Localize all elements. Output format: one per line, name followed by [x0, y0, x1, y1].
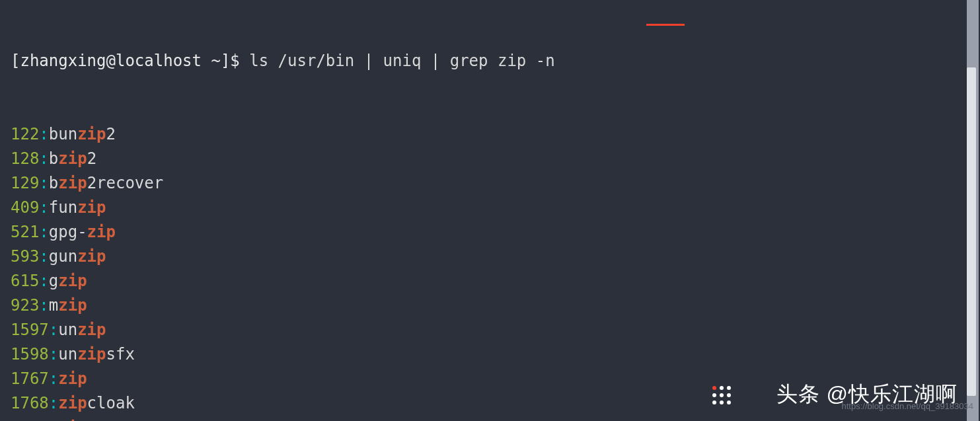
grep-output: 122:bunzip2128:bzip2129:bzip2recover409:… — [11, 122, 964, 421]
scrollbar-thumb[interactable] — [967, 67, 976, 396]
match-highlight: zip — [58, 369, 87, 388]
separator-colon: : — [49, 369, 58, 388]
line-number: 129 — [11, 174, 39, 192]
command-text: ls /usr/bin | uniq | grep zip -n — [249, 52, 554, 70]
line-number: 1598 — [11, 345, 49, 364]
bracket-open: [ — [11, 52, 20, 70]
text-pre: m — [49, 296, 58, 315]
separator-colon: : — [39, 296, 48, 315]
svg-point-6 — [712, 401, 716, 404]
output-line: 521:gpg-zip — [11, 220, 964, 245]
text-pre: gpg- — [49, 223, 87, 241]
match-highlight: zip — [77, 198, 106, 217]
match-highlight: zip — [58, 394, 87, 412]
separator-colon: : — [39, 223, 48, 241]
output-line: 1598:unzipsfx — [11, 342, 964, 367]
text-pre: g — [49, 272, 58, 290]
separator-colon: : — [49, 321, 58, 339]
separator-colon: : — [39, 198, 48, 217]
match-highlight: zip — [77, 345, 106, 364]
output-line: 923:mzip — [11, 293, 964, 318]
output-line: 1769:zipgrep — [11, 416, 964, 421]
prompt-host: localhost — [116, 52, 202, 70]
scrollbar-track[interactable] — [967, 0, 979, 421]
prompt-user: zhangxing — [20, 52, 106, 70]
match-highlight: zip — [58, 296, 87, 315]
line-number: 615 — [11, 272, 39, 290]
prompt-end: ]$ — [221, 52, 249, 70]
line-number: 521 — [11, 223, 39, 241]
line-number: 409 — [11, 198, 39, 217]
match-highlight: zip — [58, 272, 87, 290]
line-number: 1597 — [11, 321, 49, 339]
text-post: 2 — [106, 125, 116, 143]
text-post: 2 — [87, 149, 96, 168]
svg-point-4 — [720, 393, 724, 397]
separator-colon: : — [39, 125, 48, 143]
text-post: cloak — [87, 394, 135, 412]
terminal-content[interactable]: [zhangxing@localhost ~]$ ls /usr/bin | u… — [11, 0, 964, 421]
svg-point-0 — [712, 386, 716, 390]
separator-colon: : — [49, 394, 58, 412]
output-line: 129:bzip2recover — [11, 171, 964, 196]
prompt-line: [zhangxing@localhost ~]$ ls /usr/bin | u… — [11, 49, 964, 73]
svg-point-2 — [727, 386, 731, 390]
separator-colon: : — [49, 418, 58, 421]
csdn-watermark: https://blog.csdn.net/qq_39183034 — [842, 394, 974, 418]
line-number: 128 — [11, 149, 39, 168]
svg-point-7 — [720, 401, 724, 404]
output-line: 1597:unzip — [11, 318, 964, 342]
text-pre: bun — [49, 125, 77, 143]
match-highlight: zip — [77, 321, 106, 339]
output-line: 615:gzip — [11, 269, 964, 293]
terminal-window: { "prompt": { "open": "[", "user": "zhan… — [0, 0, 980, 421]
text-pre: un — [58, 345, 77, 364]
line-number: 1769 — [11, 418, 49, 421]
separator-colon: : — [39, 247, 48, 266]
text-post: 2recover — [87, 174, 164, 192]
line-number: 1767 — [11, 369, 49, 388]
svg-point-1 — [720, 386, 724, 390]
output-line: 593:gunzip — [11, 245, 964, 269]
output-line: 122:bunzip2 — [11, 122, 964, 147]
line-number: 122 — [11, 125, 39, 143]
text-pre: fun — [49, 198, 77, 217]
text-post: grep — [87, 418, 126, 421]
separator-colon: : — [49, 345, 58, 364]
line-number: 593 — [11, 247, 39, 266]
prompt-at: @ — [106, 52, 116, 70]
text-pre: gun — [49, 247, 77, 266]
svg-point-8 — [727, 401, 731, 404]
match-highlight: zip — [77, 125, 106, 143]
match-highlight: zip — [58, 149, 87, 168]
match-highlight: zip — [87, 223, 116, 241]
separator-colon: : — [39, 174, 48, 192]
svg-point-5 — [727, 393, 731, 397]
annotation-underline — [646, 24, 685, 26]
svg-point-3 — [712, 393, 716, 397]
text-pre: b — [49, 174, 58, 192]
text-pre: un — [58, 321, 77, 339]
text-post: sfx — [106, 345, 135, 364]
toutiao-logo-icon — [710, 384, 733, 406]
text-pre: b — [49, 149, 58, 168]
match-highlight: zip — [58, 418, 87, 421]
line-number: 1768 — [11, 394, 49, 412]
output-line: 128:bzip2 — [11, 147, 964, 171]
line-number: 923 — [11, 296, 39, 315]
prompt-path: ~ — [202, 52, 221, 70]
output-line: 409:funzip — [11, 196, 964, 220]
match-highlight: zip — [58, 174, 87, 192]
separator-colon: : — [39, 272, 48, 290]
separator-colon: : — [39, 149, 48, 168]
match-highlight: zip — [77, 247, 106, 266]
